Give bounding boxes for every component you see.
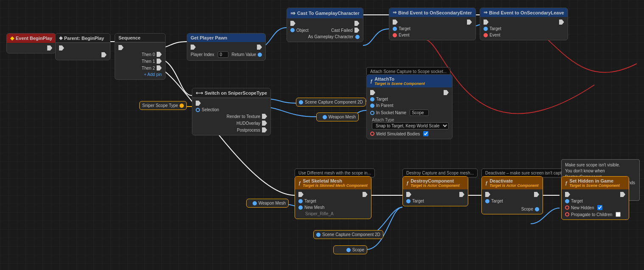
attach-to-node: ƒ AttachTo Target is Scene Component Tar… [366, 74, 453, 139]
object-row: Object Cast Failed [290, 28, 360, 33]
sequence-node: Sequence Then 0 Then 1 Then 2 + Add pin [115, 33, 166, 80]
new-mesh-pin [298, 205, 303, 210]
target-pin [370, 97, 374, 101]
get-player-pawn-label: Get Player Pawn [191, 35, 227, 40]
cast-failed-pin [354, 28, 360, 33]
target-pin [565, 199, 569, 203]
hud-row: HUDOverlay [196, 121, 267, 126]
cast-to-gameplay-node: ⇒ Cast To GameplayCharacter Object Cast … [287, 8, 363, 42]
exec-in [406, 192, 411, 197]
scope-bottom-body: Scope [334, 246, 367, 254]
scope-type-pin [180, 104, 184, 108]
player-index-input[interactable] [218, 51, 228, 58]
exec-row [484, 20, 564, 25]
attach-subtitle: Target is Scene Component [374, 82, 425, 86]
target-row: Target [406, 199, 464, 203]
new-mesh-row: New Mesh [298, 205, 368, 210]
exec-out [534, 192, 539, 197]
exec-row [290, 21, 360, 26]
exec-in-row [118, 45, 162, 50]
postprocess-row: Postprocess [196, 127, 267, 132]
new-hidden-checkbox[interactable] [597, 205, 602, 210]
bind-enter-body: Target Event [389, 17, 475, 40]
scene-capture-bottom-node: Scene Capture Component 2D [313, 230, 383, 239]
event-pin [484, 33, 488, 37]
bind-enter-node: ⇒ Bind Event to OnSecondaryEnter Target … [389, 8, 476, 40]
socket-input[interactable] [410, 110, 429, 116]
new-hidden-label: New Hidden [571, 205, 594, 210]
target-row: Target [393, 26, 472, 31]
bind-leave-node: ⇒ Bind Event to OnSecondaryLeave Target … [480, 8, 568, 40]
then2-label: Then 2 [142, 66, 155, 70]
scene-cap-label: Scene Capture Component 2D [322, 232, 380, 237]
weld-checkbox[interactable] [423, 131, 428, 136]
exec-out [459, 192, 464, 197]
new-hidden-pin [565, 205, 569, 210]
set-skeletal-header: ƒ Set Skeletal Mesh Target is Skinned Me… [295, 177, 371, 189]
player-index-row: Player Index Return Value [191, 51, 262, 58]
set-skeletal-comment-label: Use Different mesh with the scope in... [298, 171, 371, 175]
destroy-comment-label: Destroy Capture and Scope mesh... [406, 171, 474, 175]
bind-leave-label: Bind Event to OnSecondaryLeave [489, 10, 564, 15]
attach-type-select[interactable]: Snap to Target, Keep World Scale [372, 122, 449, 129]
event-label: Event [399, 33, 410, 37]
switch-sniper-node: ⟷ Switch on SniperScopeType Selection Re… [192, 88, 271, 135]
exec-in [565, 192, 570, 197]
render-row: Render to Texture [196, 114, 267, 119]
sniper-scope-type-node: Sniper Scope Type [139, 101, 187, 110]
then1-row: Then 1 [118, 59, 162, 64]
set-hidden-subtitle: Target is Scene Component [569, 183, 620, 188]
then2-row: Then 2 [118, 65, 162, 70]
set-hidden-header: ƒ Set Hidden in Game Target is Scene Com… [562, 177, 629, 189]
target-pin [393, 27, 397, 31]
new-mesh-value: Sniper_Rifle_A [298, 211, 368, 216]
scope-pin [535, 207, 539, 211]
return-value-pin [258, 53, 262, 57]
render-label: Render to Texture [227, 114, 260, 119]
target-row: Target [298, 199, 368, 203]
destroy-body: Target [403, 189, 468, 206]
exec-in [196, 101, 201, 106]
target-label: Target [571, 199, 583, 203]
attach-label: AttachTo [374, 76, 425, 82]
set-skeletal-node: ƒ Set Skeletal Mesh Target is Skinned Me… [295, 176, 371, 219]
exec-in [484, 20, 489, 25]
weapon-mesh-label: Weapon Mesh [329, 115, 356, 119]
exec-row [565, 192, 625, 197]
new-hidden-row: New Hidden [565, 205, 625, 210]
target-label: Target [491, 199, 503, 203]
parent-begin-play-node: ◆ Parent: BeginPlay [55, 33, 110, 60]
exec-out [620, 192, 625, 197]
target-row: Target [565, 199, 625, 203]
get-player-pawn-body: Player Index Return Value [187, 42, 265, 60]
exec-row [298, 192, 368, 197]
weld-row: Weld Simulated Bodies [370, 131, 449, 136]
then1-label: Then 1 [142, 59, 155, 64]
selection-row: Selection [196, 107, 267, 112]
scope-label: Scope [521, 207, 533, 211]
event-begin-play-body [7, 43, 56, 53]
propagate-checkbox[interactable] [616, 212, 621, 217]
exec-row [485, 192, 539, 197]
scene-capture-bottom-body: Scene Capture Component 2D [314, 231, 383, 239]
then1-pin [157, 59, 162, 64]
parent-begin-play-label: Parent: BeginPlay [64, 36, 104, 41]
add-pin-row[interactable]: + Add pin [118, 72, 162, 77]
exec-out [467, 20, 472, 25]
deactivate-body: Target Scope [482, 189, 543, 214]
exec-in [290, 21, 295, 26]
then0-pin [157, 52, 162, 57]
exec-out [559, 20, 564, 25]
scope-out-row: Scope [485, 207, 539, 211]
attach-icon: ƒ [370, 79, 373, 84]
new-mesh-label: New Mesh [304, 205, 324, 210]
scope-bottom-node: Scope [333, 245, 367, 254]
return-value-label: Return Value [232, 52, 256, 57]
weapon-mesh-pin [253, 201, 257, 205]
bind-leave-header: ⇒ Bind Event to OnSecondaryLeave [480, 8, 568, 17]
exec-in-pin [191, 45, 196, 50]
scene-cap-row: Scene Capture Component 2D [316, 232, 380, 237]
add-pin-label[interactable]: + Add pin [144, 72, 162, 77]
set-skeletal-icon: ƒ [298, 180, 301, 186]
deactivate-header: ƒ Deactivate Target is Actor Component [482, 177, 543, 189]
